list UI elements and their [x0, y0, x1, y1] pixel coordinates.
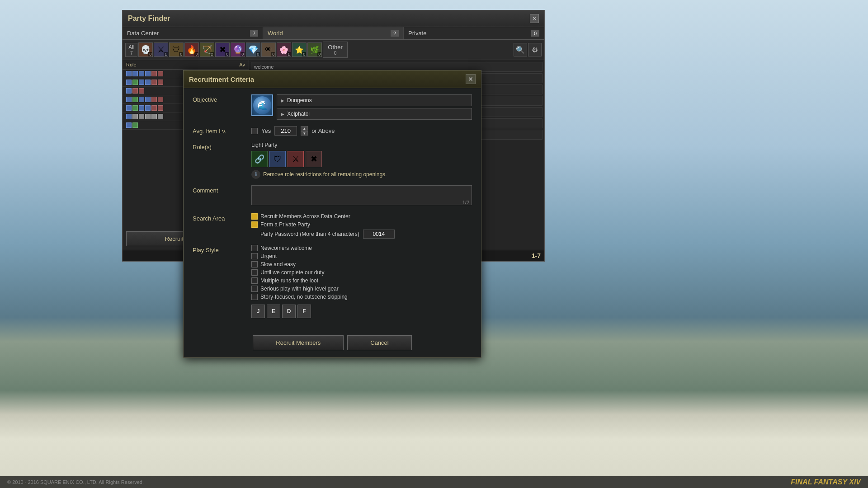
role-cb[interactable] [151, 105, 157, 111]
tab-data-center[interactable]: Data Center 7 [123, 27, 263, 39]
role-cb[interactable] [145, 97, 151, 102]
role-cb[interactable] [139, 114, 144, 119]
sa-option-2[interactable]: Form a Private Party [251, 221, 472, 228]
role-icon-tank[interactable]: 🛡 [269, 151, 286, 167]
role-cb[interactable] [139, 105, 144, 111]
filter-icon-11[interactable]: ⭐ 0 [292, 42, 307, 57]
dungeons-dropdown[interactable]: ▶ Dungeons [277, 94, 472, 106]
ps-option-1[interactable]: Newcomers welcome [251, 245, 472, 251]
sa-checkbox-2[interactable] [251, 221, 258, 228]
role-cb[interactable] [132, 71, 138, 76]
role-cb[interactable] [139, 97, 144, 102]
role-cb[interactable] [139, 80, 144, 85]
role-cb[interactable] [158, 105, 163, 111]
tab-private[interactable]: Private 0 [404, 27, 544, 39]
role-cb[interactable] [126, 105, 132, 111]
role-cb[interactable] [126, 114, 132, 119]
ps-checkbox-2[interactable] [251, 253, 258, 259]
filter-other-button[interactable]: Other 0 [323, 42, 348, 58]
filter-icon-5[interactable]: 🏹 2 [200, 42, 214, 57]
config-button[interactable]: ⚙ [528, 43, 542, 56]
role-cb[interactable] [132, 97, 138, 102]
lang-btn-e[interactable]: E [267, 305, 280, 318]
rc-objective-content: 🌊 ▶ Dungeons ▶ Xelphatol [251, 94, 472, 120]
sa-password-input[interactable] [363, 230, 395, 239]
ps-checkbox-7[interactable] [251, 294, 258, 300]
role-cb[interactable] [126, 97, 132, 102]
role-icon-ring[interactable]: 🔗 [251, 151, 268, 167]
filter-icon-9[interactable]: 👁 0 [261, 42, 276, 57]
sa-password-label: Party Password (More than 4 characters) [260, 231, 359, 237]
ps-option-3[interactable]: Slow and easy [251, 261, 472, 267]
ps-option-5[interactable]: Multiple runs for the loot [251, 277, 472, 284]
role-cb[interactable] [145, 105, 151, 111]
filter-icon-10[interactable]: 🌸 1 [277, 42, 291, 57]
lang-btn-d[interactable]: D [282, 305, 296, 318]
role-cb[interactable] [132, 80, 138, 85]
ps-checkbox-5[interactable] [251, 277, 258, 284]
ilvl-decrement[interactable]: ▼ [301, 131, 308, 136]
ps-option-2[interactable]: Urgent [251, 253, 472, 259]
role-cb[interactable] [132, 122, 138, 128]
ps-option-7[interactable]: Story-focused, no cutscene skipping [251, 294, 472, 300]
role-cb[interactable] [158, 114, 163, 119]
rc-close-button[interactable]: ✕ [466, 74, 476, 84]
filter-all-button[interactable]: All 7 [125, 43, 137, 57]
role-cb[interactable] [151, 114, 157, 119]
remove-restrictions-button[interactable]: ℹ Remove role restrictions for all remai… [251, 170, 472, 179]
search-button[interactable]: 🔍 [514, 43, 527, 56]
role-cb[interactable] [151, 97, 157, 102]
ps-checkbox-4[interactable] [251, 269, 258, 276]
ilvl-value-input[interactable] [274, 126, 297, 136]
role-cb[interactable] [151, 80, 157, 85]
filter-icon-12[interactable]: 🌿 0 [307, 42, 322, 57]
ilvl-checkbox[interactable] [251, 128, 258, 134]
ps-checkbox-1[interactable] [251, 245, 258, 251]
sa-checkbox-1[interactable] [251, 213, 258, 220]
filter-icon-7[interactable]: 🔮 0 [231, 42, 245, 57]
ps-checkbox-3[interactable] [251, 261, 258, 267]
role-cb[interactable] [126, 71, 132, 76]
filter-icon-6[interactable]: ✖ 0 [215, 42, 230, 57]
role-cb[interactable] [145, 71, 151, 76]
rc-ilvl-label: Avg. Item Lv. [193, 126, 251, 135]
role-cb[interactable] [132, 114, 138, 119]
xelphatol-dropdown[interactable]: ▶ Xelphatol [277, 108, 472, 120]
role-cb[interactable] [145, 80, 151, 85]
lang-btn-j[interactable]: J [251, 305, 265, 318]
sa-option-1[interactable]: Recruit Members Across Data Center [251, 213, 472, 220]
role-cb[interactable] [126, 88, 132, 94]
role-cb[interactable] [145, 114, 151, 119]
role-cb[interactable] [158, 80, 163, 85]
role-cb[interactable] [132, 88, 138, 94]
filter-icon-1[interactable]: 💀 0 [138, 42, 153, 57]
playstyle-options: Newcomers welcome Urgent Slow and easy U… [251, 245, 472, 300]
ilvl-increment[interactable]: ▲ [301, 126, 308, 131]
lang-btn-f[interactable]: F [297, 305, 311, 318]
party-finder-close-button[interactable]: ✕ [530, 14, 539, 23]
filter-icon-8[interactable]: 💎 0 [246, 42, 260, 57]
role-cb[interactable] [158, 97, 163, 102]
ps-checkbox-6[interactable] [251, 286, 258, 292]
role-cb[interactable] [158, 71, 163, 76]
role-cb[interactable] [126, 122, 132, 128]
ps-option-6[interactable]: Serious play with high-level gear [251, 286, 472, 292]
role-cb[interactable] [139, 71, 144, 76]
role-cb[interactable] [132, 105, 138, 111]
filter-icon-2[interactable]: ⚔ 1 [154, 42, 168, 57]
rc-cancel-button[interactable]: Cancel [347, 335, 411, 350]
role-cb[interactable] [151, 71, 157, 76]
role-cb[interactable] [139, 88, 144, 94]
objective-icon-inner: 🌊 [253, 96, 271, 114]
filter-icon-3[interactable]: 🛡 0 [169, 42, 184, 57]
filter-icon-4[interactable]: 🔥 3 [184, 42, 199, 57]
rc-recruit-members-button[interactable]: Recruit Members [253, 335, 344, 350]
tab-world[interactable]: World 2 [263, 27, 404, 39]
role-cb[interactable] [126, 80, 132, 85]
role-icon-dps1[interactable]: ⚔ [288, 151, 304, 167]
rc-search-area-label: Search Area [193, 213, 251, 222]
party-finder-tabs: Data Center 7 World 2 Private 0 [123, 27, 544, 40]
role-icon-dps2[interactable]: ✖ [306, 151, 322, 167]
ps-option-4[interactable]: Until we complete our duty [251, 269, 472, 276]
comment-textarea[interactable] [251, 185, 472, 205]
